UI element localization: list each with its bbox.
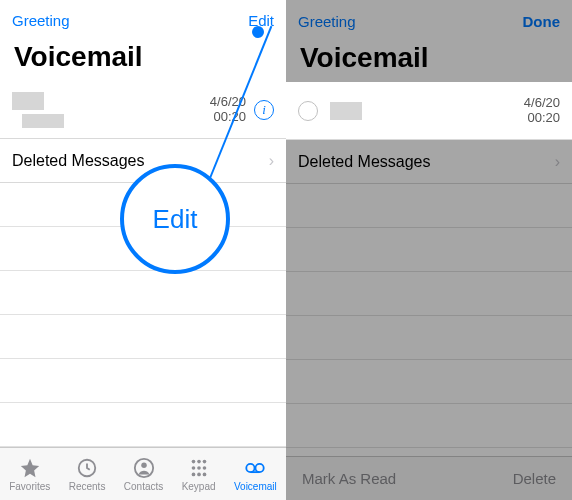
mark-as-read-button[interactable]: Mark As Read <box>302 470 396 487</box>
svg-point-5 <box>202 459 206 463</box>
svg-point-12 <box>247 463 255 471</box>
tab-bar: Favorites Recents Contacts Keypad <box>0 447 286 500</box>
tab-recents[interactable]: Recents <box>69 457 106 492</box>
empty-row <box>286 228 572 272</box>
selection-circle-icon[interactable] <box>298 101 318 121</box>
clock-icon <box>75 457 99 479</box>
star-icon <box>18 457 42 479</box>
voicemail-list: 4/6/20 00:20 Deleted Messages › <box>286 82 572 456</box>
svg-point-11 <box>202 472 206 476</box>
tab-keypad[interactable]: Keypad <box>182 457 216 492</box>
tab-contacts[interactable]: Contacts <box>124 457 163 492</box>
svg-point-8 <box>202 466 206 470</box>
tab-label: Voicemail <box>234 481 277 492</box>
edit-callout: Edit <box>120 164 230 274</box>
empty-row <box>0 403 286 447</box>
contact-icon <box>132 457 156 479</box>
caller-name-redacted <box>12 92 44 110</box>
tab-voicemail[interactable]: Voicemail <box>234 457 277 492</box>
svg-point-7 <box>197 466 201 470</box>
nav-bar: Greeting Done <box>286 0 572 42</box>
done-button[interactable]: Done <box>523 13 561 30</box>
tab-label: Recents <box>69 481 106 492</box>
vm-duration: 00:20 <box>524 111 560 126</box>
deleted-messages-row[interactable]: Deleted Messages › <box>286 140 572 184</box>
tab-label: Favorites <box>9 481 50 492</box>
svg-point-3 <box>191 459 195 463</box>
keypad-icon <box>187 457 211 479</box>
voicemail-row-selectable[interactable]: 4/6/20 00:20 <box>286 82 572 140</box>
caller-sub-redacted <box>22 114 64 128</box>
voicemail-icon <box>243 457 267 479</box>
voicemail-row[interactable]: 4/6/20 00:20 i <box>0 81 286 139</box>
delete-button[interactable]: Delete <box>513 470 556 487</box>
callout-label: Edit <box>153 204 198 235</box>
page-title: Voicemail <box>286 42 572 82</box>
empty-row <box>0 271 286 315</box>
empty-row <box>286 272 572 316</box>
callout-dot-icon <box>252 26 264 38</box>
empty-row <box>286 360 572 404</box>
empty-row <box>0 359 286 403</box>
voicemail-screen: Greeting Edit Voicemail 4/6/20 00:20 i <box>0 0 286 500</box>
svg-point-2 <box>141 462 147 468</box>
svg-point-13 <box>256 463 264 471</box>
tab-label: Contacts <box>124 481 163 492</box>
deleted-messages-label: Deleted Messages <box>298 153 555 171</box>
edit-toolbar: Mark As Read Delete <box>286 456 572 500</box>
svg-point-4 <box>197 459 201 463</box>
empty-row <box>286 316 572 360</box>
info-icon[interactable]: i <box>254 100 274 120</box>
nav-bar: Greeting Edit <box>0 0 286 41</box>
greeting-button[interactable]: Greeting <box>298 13 356 30</box>
svg-point-9 <box>191 472 195 476</box>
vm-date: 4/6/20 <box>524 96 560 111</box>
greeting-button[interactable]: Greeting <box>12 12 70 29</box>
tab-favorites[interactable]: Favorites <box>9 457 50 492</box>
chevron-right-icon: › <box>269 152 274 170</box>
empty-row <box>0 315 286 359</box>
vm-duration: 00:20 <box>210 110 246 125</box>
voicemail-edit-screen: Greeting Done Voicemail 4/6/20 00:20 Del… <box>286 0 572 500</box>
chevron-right-icon: › <box>555 153 560 171</box>
svg-point-10 <box>197 472 201 476</box>
caller-name-redacted <box>330 102 362 120</box>
tab-label: Keypad <box>182 481 216 492</box>
svg-point-6 <box>191 466 195 470</box>
deleted-messages-label: Deleted Messages <box>12 152 269 170</box>
page-title: Voicemail <box>0 41 286 81</box>
empty-row <box>286 404 572 448</box>
empty-row <box>286 184 572 228</box>
